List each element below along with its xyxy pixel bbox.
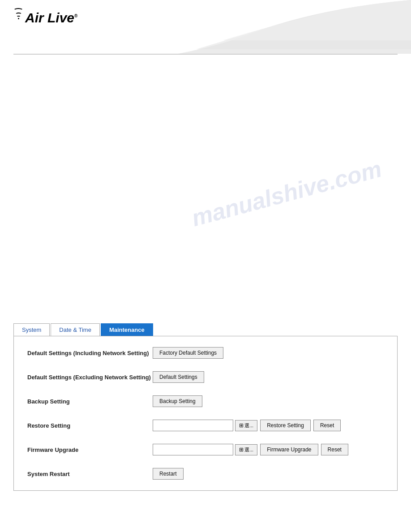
- header-decoration: [178, 0, 411, 54]
- settings-row-restart: System Restart Restart: [27, 468, 384, 480]
- controls-restore: ⊞ 選... Restore Setting Reset: [153, 420, 341, 431]
- label-restore: Restore Setting: [27, 422, 153, 429]
- label-default-including: Default Settings (Including Network Sett…: [27, 350, 153, 356]
- firmware-file-input-wrapper: ⊞ 選...: [153, 444, 257, 455]
- label-default-excluding: Default Settings (Excluding Network Sett…: [27, 374, 153, 381]
- label-backup: Backup Setting: [27, 398, 153, 405]
- settings-row-restore: Restore Setting ⊞ 選... Restore Setting R…: [27, 420, 384, 431]
- firmware-browse-button[interactable]: ⊞ 選...: [235, 444, 257, 455]
- settings-row-default-excluding: Default Settings (Excluding Network Sett…: [27, 371, 384, 383]
- header: Air Live®: [0, 0, 411, 54]
- factory-default-settings-button[interactable]: Factory Default Settings: [153, 347, 223, 359]
- registered-mark: ®: [74, 13, 77, 18]
- controls-default-including: Factory Default Settings: [153, 347, 223, 359]
- wifi-signal-icon: [13, 8, 23, 19]
- controls-backup: Backup Setting: [153, 395, 202, 407]
- main-content: manualshive.com System Date & Time Maint…: [0, 55, 411, 500]
- firmware-browse-icon: ⊞: [239, 446, 244, 453]
- firmware-reset-button[interactable]: Reset: [321, 444, 348, 455]
- restore-setting-button[interactable]: Restore Setting: [260, 420, 311, 431]
- browse-label: 選...: [244, 422, 253, 429]
- default-settings-button[interactable]: Default Settings: [153, 371, 204, 383]
- restore-file-text[interactable]: [153, 420, 233, 431]
- logo-container: Air Live®: [13, 8, 77, 27]
- controls-restart: Restart: [153, 468, 184, 480]
- browse-icon: ⊞: [239, 422, 244, 429]
- controls-firmware: ⊞ 選... Firmware Upgrade Reset: [153, 444, 348, 455]
- tab-maintenance[interactable]: Maintenance: [101, 323, 153, 336]
- restore-file-input-wrapper: ⊞ 選...: [153, 420, 257, 431]
- tab-datetime[interactable]: Date & Time: [51, 323, 100, 336]
- settings-panel: Default Settings (Including Network Sett…: [13, 336, 398, 491]
- backup-setting-button[interactable]: Backup Setting: [153, 395, 202, 407]
- tabs-container: System Date & Time Maintenance: [13, 323, 398, 336]
- firmware-upgrade-button[interactable]: Firmware Upgrade: [260, 444, 318, 455]
- logo-brand-text: Air Live®: [25, 11, 77, 25]
- curves-svg: [178, 0, 411, 54]
- firmware-file-text[interactable]: [153, 444, 233, 455]
- signal-dot: [18, 18, 19, 19]
- tab-system[interactable]: System: [13, 323, 50, 336]
- restart-button[interactable]: Restart: [153, 468, 184, 480]
- logo-text-span: Air Live: [25, 10, 74, 25]
- firmware-browse-label: 選...: [244, 446, 253, 453]
- label-firmware: Firmware Upgrade: [27, 446, 153, 453]
- settings-row-default-including: Default Settings (Including Network Sett…: [27, 347, 384, 359]
- logo-area: Air Live®: [13, 8, 77, 27]
- controls-default-excluding: Default Settings: [153, 371, 204, 383]
- settings-row-backup: Backup Setting Backup Setting: [27, 395, 384, 407]
- restore-browse-button[interactable]: ⊞ 選...: [235, 420, 257, 431]
- watermark: manualshive.com: [188, 155, 384, 232]
- settings-row-firmware: Firmware Upgrade ⊞ 選... Firmware Upgrade…: [27, 444, 384, 455]
- label-restart: System Restart: [27, 471, 153, 477]
- restore-reset-button[interactable]: Reset: [313, 420, 341, 431]
